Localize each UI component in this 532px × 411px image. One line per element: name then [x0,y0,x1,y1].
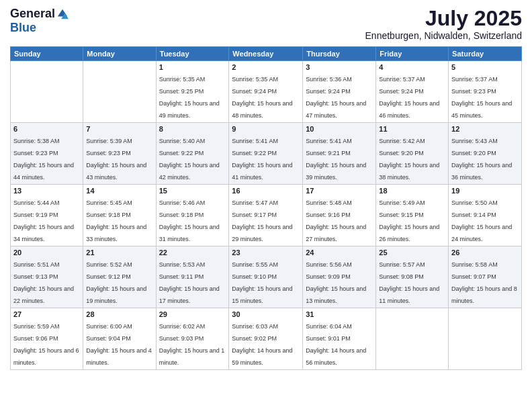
day-number: 17 [306,187,373,195]
table-row: 7 Sunrise: 5:39 AMSunset: 9:23 PMDayligh… [83,123,156,185]
day-number: 12 [451,125,519,133]
table-row: 22 Sunrise: 5:53 AMSunset: 9:11 PMDaylig… [156,246,229,308]
day-number: 7 [86,125,152,133]
table-row: 13 Sunrise: 5:44 AMSunset: 9:19 PMDaylig… [11,185,83,246]
calendar-week-row: 20 Sunrise: 5:51 AMSunset: 9:13 PMDaylig… [11,246,522,308]
month-title: July 2025 [365,7,522,30]
day-number: 3 [306,63,373,71]
logo-icon [56,8,69,20]
day-number: 22 [159,248,226,257]
day-number: 13 [13,187,80,195]
day-number: 16 [232,187,300,195]
table-row: 8 Sunrise: 5:40 AMSunset: 9:22 PMDayligh… [156,123,229,185]
day-detail: Sunrise: 5:56 AMSunset: 9:09 PMDaylight:… [306,261,366,304]
col-monday: Monday [83,47,156,61]
day-number: 23 [232,248,300,257]
table-row: 9 Sunrise: 5:41 AMSunset: 9:22 PMDayligh… [229,123,303,185]
table-row: 14 Sunrise: 5:45 AMSunset: 9:18 PMDaylig… [83,185,156,246]
table-row: 27 Sunrise: 5:59 AMSunset: 9:06 PMDaylig… [11,308,83,370]
logo-general-text: General [10,7,55,21]
day-detail: Sunrise: 5:37 AMSunset: 9:24 PMDaylight:… [379,76,439,119]
table-row: 5 Sunrise: 5:37 AMSunset: 9:23 PMDayligh… [449,61,522,123]
day-detail: Sunrise: 6:00 AMSunset: 9:04 PMDaylight:… [86,323,152,366]
day-number: 27 [13,310,80,318]
day-number: 1 [159,63,226,71]
calendar-week-row: 6 Sunrise: 5:38 AMSunset: 9:23 PMDayligh… [11,123,522,185]
day-number: 30 [232,310,300,318]
table-row [11,61,83,123]
day-detail: Sunrise: 5:59 AMSunset: 9:06 PMDaylight:… [13,323,79,366]
table-row: 2 Sunrise: 5:35 AMSunset: 9:24 PMDayligh… [229,61,303,123]
col-tuesday: Tuesday [156,47,229,61]
page: General Blue July 2025 Ennetburgen, Nidw… [0,0,532,411]
day-number: 11 [379,125,445,133]
table-row: 1 Sunrise: 5:35 AMSunset: 9:25 PMDayligh… [156,61,229,123]
table-row: 10 Sunrise: 5:41 AMSunset: 9:21 PMDaylig… [303,123,376,185]
day-detail: Sunrise: 5:38 AMSunset: 9:23 PMDaylight:… [13,138,74,181]
day-number: 29 [159,310,226,318]
table-row: 28 Sunrise: 6:00 AMSunset: 9:04 PMDaylig… [83,308,156,370]
day-detail: Sunrise: 5:57 AMSunset: 9:08 PMDaylight:… [379,261,439,304]
day-detail: Sunrise: 5:58 AMSunset: 9:07 PMDaylight:… [451,261,517,304]
day-number: 28 [86,310,152,318]
day-detail: Sunrise: 5:36 AMSunset: 9:24 PMDaylight:… [306,76,366,119]
day-number: 8 [159,125,226,133]
day-detail: Sunrise: 5:50 AMSunset: 9:14 PMDaylight:… [451,199,512,242]
table-row: 23 Sunrise: 5:55 AMSunset: 9:10 PMDaylig… [229,246,303,308]
day-detail: Sunrise: 5:52 AMSunset: 9:12 PMDaylight:… [86,261,146,304]
day-detail: Sunrise: 5:35 AMSunset: 9:25 PMDaylight:… [159,76,220,119]
day-number: 18 [379,187,445,195]
header: General Blue July 2025 Ennetburgen, Nidw… [10,7,522,41]
table-row [449,308,522,370]
table-row: 11 Sunrise: 5:42 AMSunset: 9:20 PMDaylig… [376,123,449,185]
calendar-week-row: 13 Sunrise: 5:44 AMSunset: 9:19 PMDaylig… [11,185,522,246]
day-detail: Sunrise: 5:44 AMSunset: 9:19 PMDaylight:… [13,199,74,242]
day-detail: Sunrise: 6:03 AMSunset: 9:02 PMDaylight:… [232,323,292,366]
table-row: 25 Sunrise: 5:57 AMSunset: 9:08 PMDaylig… [376,246,449,308]
day-detail: Sunrise: 5:35 AMSunset: 9:24 PMDaylight:… [232,76,292,119]
col-friday: Friday [376,47,449,61]
title-block: July 2025 Ennetburgen, Nidwalden, Switze… [365,7,522,41]
calendar-week-row: 27 Sunrise: 5:59 AMSunset: 9:06 PMDaylig… [11,308,522,370]
day-detail: Sunrise: 5:51 AMSunset: 9:13 PMDaylight:… [13,261,74,304]
day-number: 5 [451,63,519,71]
calendar-table: Sunday Monday Tuesday Wednesday Thursday… [10,46,522,370]
calendar-week-row: 1 Sunrise: 5:35 AMSunset: 9:25 PMDayligh… [11,61,522,123]
day-number: 14 [86,187,152,195]
col-wednesday: Wednesday [229,47,303,61]
table-row: 15 Sunrise: 5:46 AMSunset: 9:18 PMDaylig… [156,185,229,246]
day-number: 6 [13,125,80,133]
location-title: Ennetburgen, Nidwalden, Switzerland [365,30,522,41]
day-detail: Sunrise: 5:41 AMSunset: 9:22 PMDaylight:… [232,138,292,181]
day-number: 2 [232,63,300,71]
day-number: 25 [379,248,445,257]
table-row: 18 Sunrise: 5:49 AMSunset: 9:15 PMDaylig… [376,185,449,246]
day-number: 26 [451,248,519,257]
day-detail: Sunrise: 5:40 AMSunset: 9:22 PMDaylight:… [159,138,220,181]
table-row: 4 Sunrise: 5:37 AMSunset: 9:24 PMDayligh… [376,61,449,123]
day-detail: Sunrise: 6:02 AMSunset: 9:03 PMDaylight:… [159,323,225,366]
table-row [83,61,156,123]
day-detail: Sunrise: 5:46 AMSunset: 9:18 PMDaylight:… [159,199,220,242]
day-number: 19 [451,187,519,195]
logo: General Blue [10,7,69,35]
day-number: 9 [232,125,300,133]
day-number: 4 [379,63,445,71]
day-number: 20 [13,248,80,257]
day-detail: Sunrise: 5:39 AMSunset: 9:23 PMDaylight:… [86,138,146,181]
table-row: 21 Sunrise: 5:52 AMSunset: 9:12 PMDaylig… [83,246,156,308]
day-number: 21 [86,248,152,257]
day-detail: Sunrise: 5:43 AMSunset: 9:20 PMDaylight:… [451,138,512,181]
day-detail: Sunrise: 5:53 AMSunset: 9:11 PMDaylight:… [159,261,220,304]
logo-blue-text: Blue [10,21,36,35]
day-detail: Sunrise: 5:55 AMSunset: 9:10 PMDaylight:… [232,261,292,304]
day-number: 10 [306,125,373,133]
table-row: 29 Sunrise: 6:02 AMSunset: 9:03 PMDaylig… [156,308,229,370]
table-row: 31 Sunrise: 6:04 AMSunset: 9:01 PMDaylig… [303,308,376,370]
day-number: 15 [159,187,226,195]
table-row: 3 Sunrise: 5:36 AMSunset: 9:24 PMDayligh… [303,61,376,123]
table-row: 19 Sunrise: 5:50 AMSunset: 9:14 PMDaylig… [449,185,522,246]
table-row [376,308,449,370]
col-thursday: Thursday [303,47,376,61]
day-detail: Sunrise: 5:48 AMSunset: 9:16 PMDaylight:… [306,199,366,242]
